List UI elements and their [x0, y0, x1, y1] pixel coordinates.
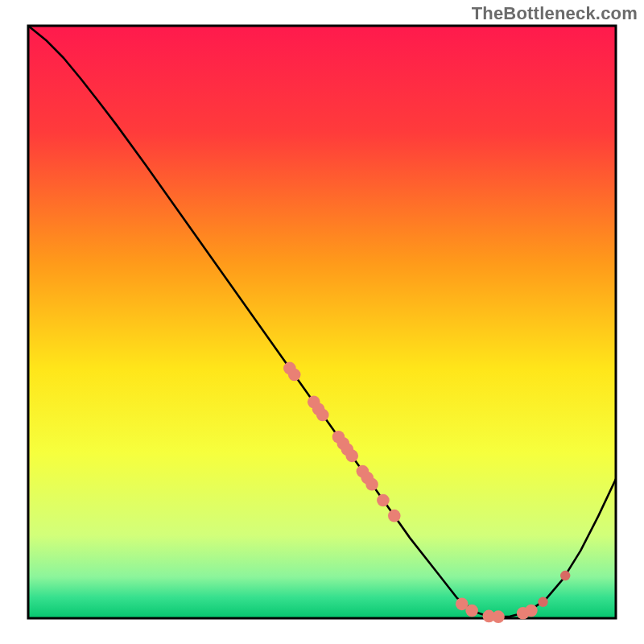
- bottleneck-chart: [0, 0, 644, 644]
- watermark-label: TheBottleneck.com: [472, 3, 638, 24]
- plot-background: [28, 26, 616, 618]
- curve-marker: [377, 494, 390, 507]
- curve-marker: [388, 510, 401, 522]
- curve-marker: [560, 571, 570, 580]
- curve-marker: [492, 610, 505, 623]
- curve-marker: [316, 409, 329, 422]
- curve-marker: [538, 597, 547, 607]
- curve-marker: [525, 605, 538, 617]
- curve-marker: [288, 369, 301, 382]
- curve-marker: [465, 605, 478, 617]
- curve-marker: [365, 478, 378, 491]
- curve-marker: [345, 450, 358, 463]
